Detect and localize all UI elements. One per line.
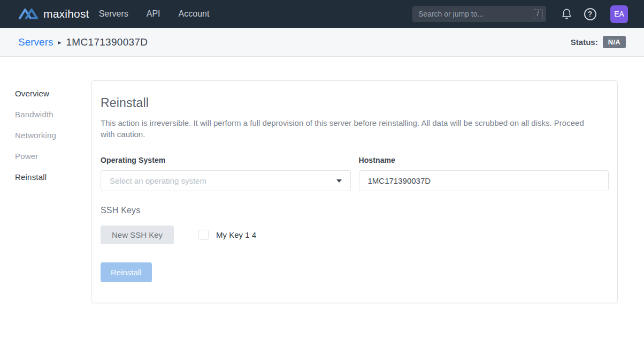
help-icon[interactable]: ? <box>583 7 597 21</box>
sidebar-item-bandwidth[interactable]: Bandwidth <box>15 110 91 119</box>
sidebar-item-power[interactable]: Power <box>15 152 91 161</box>
reinstall-button[interactable]: Reinstall <box>101 262 152 282</box>
nav-item-api[interactable]: API <box>147 9 160 19</box>
reinstall-form-row: Operating System Select an operating sys… <box>101 156 609 191</box>
card-description: This action is irreversible. It will per… <box>101 117 609 140</box>
breadcrumb-current-server: 1MC171390037D <box>66 36 148 48</box>
status-badge: N/A <box>603 36 626 48</box>
nav-links: Servers API Account <box>99 9 210 19</box>
operating-system-placeholder: Select an operating system <box>110 176 336 185</box>
ssh-keys-row: New SSH Key My Key 1 4 <box>101 225 609 244</box>
nav-item-account[interactable]: Account <box>179 9 210 19</box>
status-label: Status: <box>571 37 598 47</box>
sidebar-item-networking[interactable]: Networking <box>15 131 91 140</box>
search-input[interactable] <box>418 10 533 18</box>
notifications-bell-icon[interactable] <box>559 7 573 21</box>
maxihost-logo[interactable]: maxihost <box>18 6 89 22</box>
breadcrumb-separator-icon: ▸ <box>58 39 61 46</box>
top-navbar: maxihost Servers API Account / ? EA <box>0 0 644 28</box>
page-content: Overview Bandwidth Networking Power Rein… <box>0 57 644 303</box>
ssh-key-checkbox[interactable] <box>198 230 209 240</box>
hostname-input[interactable] <box>359 170 609 191</box>
hostname-label: Hostname <box>359 156 609 164</box>
search-shortcut-hint: / <box>533 9 543 19</box>
sidebar-item-overview[interactable]: Overview <box>15 89 91 98</box>
card-title: Reinstall <box>101 96 609 110</box>
user-avatar[interactable]: EA <box>610 5 628 23</box>
brand-name: maxihost <box>43 7 89 20</box>
nav-item-servers[interactable]: Servers <box>99 9 128 19</box>
new-ssh-key-button[interactable]: New SSH Key <box>101 225 174 244</box>
help-question-mark: ? <box>584 8 596 20</box>
ssh-key-checkbox-label[interactable]: My Key 1 4 <box>216 230 256 239</box>
chevron-down-icon <box>336 179 342 183</box>
ssh-keys-heading: SSH Keys <box>101 206 609 215</box>
sidebar-item-reinstall[interactable]: Reinstall <box>15 172 91 182</box>
hostname-field-group: Hostname <box>359 156 609 191</box>
operating-system-label: Operating System <box>101 156 351 164</box>
breadcrumb-servers-link[interactable]: Servers <box>18 36 53 48</box>
server-sidebar: Overview Bandwidth Networking Power Rein… <box>0 80 91 303</box>
maxihost-logo-icon <box>18 6 39 22</box>
operating-system-select[interactable]: Select an operating system <box>101 170 351 191</box>
operating-system-field-group: Operating System Select an operating sys… <box>101 156 351 191</box>
breadcrumb-bar: Servers ▸ 1MC171390037D Status: N/A <box>0 28 644 57</box>
reinstall-card: Reinstall This action is irreversible. I… <box>91 80 618 303</box>
global-search[interactable]: / <box>412 6 546 22</box>
